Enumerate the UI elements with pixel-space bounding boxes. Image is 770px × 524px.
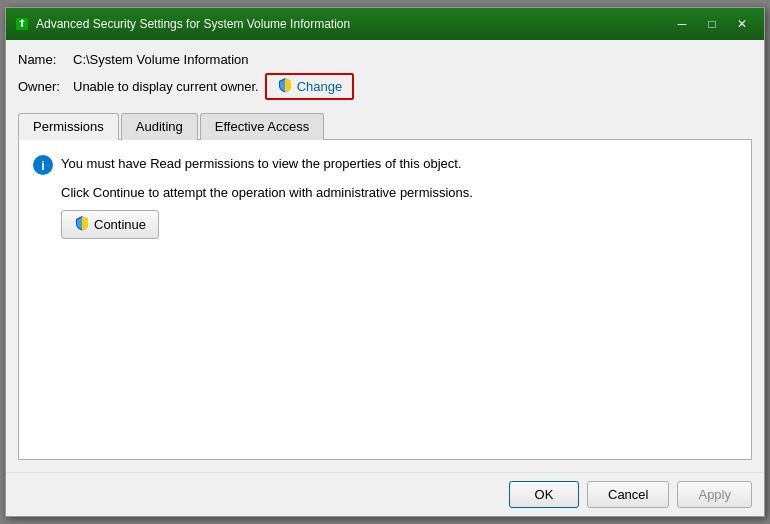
- info-message: You must have Read permissions to view t…: [61, 154, 462, 174]
- name-label: Name:: [18, 52, 73, 67]
- minimize-button[interactable]: ─: [668, 13, 696, 35]
- continue-button-label: Continue: [94, 217, 146, 232]
- owner-value: Unable to display current owner.: [73, 79, 259, 94]
- cancel-button[interactable]: Cancel: [587, 481, 669, 508]
- owner-label: Owner:: [18, 79, 73, 94]
- window-title: Advanced Security Settings for System Vo…: [36, 17, 668, 31]
- info-icon: i: [33, 155, 53, 175]
- window-icon: [14, 16, 30, 32]
- change-button-label: Change: [297, 79, 343, 94]
- main-window: Advanced Security Settings for System Vo…: [5, 7, 765, 517]
- window-content: Name: C:\System Volume Information Owner…: [6, 40, 764, 472]
- title-bar: Advanced Security Settings for System Vo…: [6, 8, 764, 40]
- change-button[interactable]: Change: [265, 73, 355, 100]
- info-row: i You must have Read permissions to view…: [33, 154, 737, 175]
- continue-message: Click Continue to attempt the operation …: [61, 185, 737, 200]
- main-panel: i You must have Read permissions to view…: [18, 140, 752, 460]
- name-value: C:\System Volume Information: [73, 52, 249, 67]
- continue-shield-icon: [74, 215, 90, 234]
- name-row: Name: C:\System Volume Information: [18, 52, 752, 67]
- owner-change-wrapper: Unable to display current owner. Change: [73, 73, 354, 100]
- ok-button[interactable]: OK: [509, 481, 579, 508]
- maximize-button[interactable]: □: [698, 13, 726, 35]
- tab-effective-access[interactable]: Effective Access: [200, 113, 324, 140]
- owner-row: Owner: Unable to display current owner. …: [18, 73, 752, 100]
- continue-button[interactable]: Continue: [61, 210, 159, 239]
- tabs-container: Permissions Auditing Effective Access: [18, 112, 752, 140]
- footer: OK Cancel Apply: [6, 472, 764, 516]
- title-bar-controls: ─ □ ✕: [668, 13, 756, 35]
- apply-button[interactable]: Apply: [677, 481, 752, 508]
- tab-permissions[interactable]: Permissions: [18, 113, 119, 140]
- tab-auditing[interactable]: Auditing: [121, 113, 198, 140]
- close-button[interactable]: ✕: [728, 13, 756, 35]
- change-shield-icon: [277, 77, 293, 96]
